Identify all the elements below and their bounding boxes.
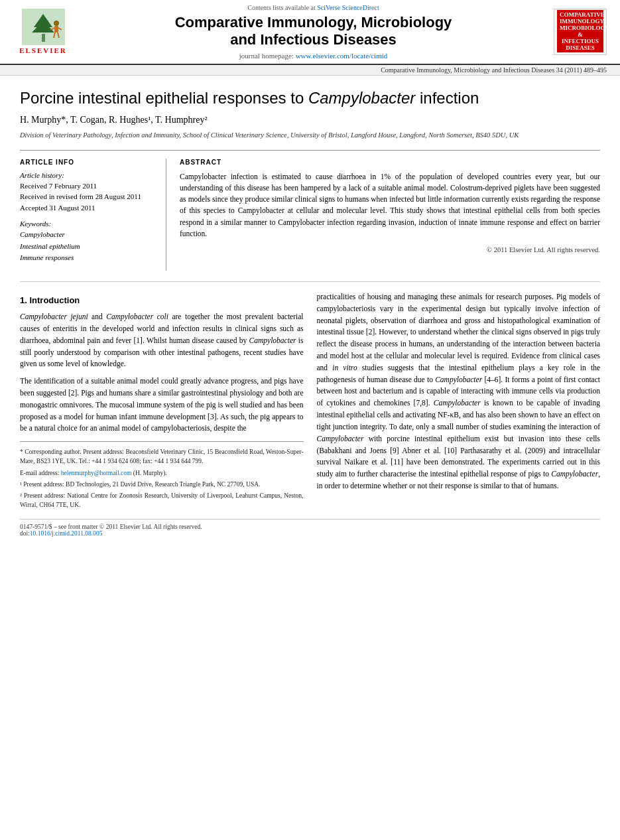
article-info-heading: ARTICLE INFO bbox=[20, 159, 153, 166]
article-info-section: ARTICLE INFO Article history: Received 7… bbox=[20, 159, 153, 271]
intro-heading: 1. Introduction bbox=[20, 294, 304, 307]
citation-bar: Comparative Immunology, Microbiology and… bbox=[0, 65, 620, 76]
keyword-3: Immune responses bbox=[20, 252, 153, 264]
journal-logo-right: COMPARATIVE IMMUNOLOGY, MICROBIOLOGY & I… bbox=[554, 9, 607, 55]
author-list: H. Murphy*, T. Cogan, R. Hughes¹, T. Hum… bbox=[20, 115, 208, 125]
article-title: Porcine intestinal epithelial responses … bbox=[20, 88, 600, 108]
elsevier-wordmark: ELSEVIER bbox=[19, 46, 67, 54]
svg-point-4 bbox=[54, 21, 59, 26]
body-columns: 1. Introduction Campylobacter jejuni and… bbox=[20, 281, 600, 512]
elsevier-tree-icon bbox=[22, 9, 65, 45]
title-end: infection bbox=[415, 89, 479, 107]
keyword-2: Intestinal epithelium bbox=[20, 241, 153, 253]
doi-label: doi: bbox=[20, 530, 30, 537]
intro-para2: The identification of a suitable animal … bbox=[20, 376, 304, 435]
authors: H. Murphy*, T. Cogan, R. Hughes¹, T. Hum… bbox=[20, 115, 600, 125]
fn-email-link[interactable]: helenmurphy@hotmail.com bbox=[61, 470, 132, 476]
journal-title: Comparative Immunology, Microbiology and… bbox=[80, 14, 547, 49]
homepage-label: journal homepage: bbox=[239, 52, 294, 60]
fn-email-label: E-mail address: bbox=[20, 470, 59, 476]
copyright-notice: © 2011 Elsevier Ltd. All rights reserved… bbox=[180, 246, 600, 253]
logo-line3: MICROBIOLOGY & bbox=[560, 25, 609, 38]
journal-title-line2: and Infectious Diseases bbox=[230, 31, 397, 48]
campylo-coli-italic: Campylobacter coli bbox=[106, 313, 168, 320]
logo-line4: INFECTIOUS bbox=[562, 38, 599, 44]
logo-line5: DISEASES bbox=[566, 44, 595, 51]
intro-para1: Campylobacter jejuni and Campylobacter c… bbox=[20, 311, 304, 370]
fn-star: * Corresponding author. Present address:… bbox=[20, 447, 304, 466]
campylo-jejuni-italic: Campylobacter jejuni bbox=[20, 313, 88, 320]
elsevier-logo: ELSEVIER bbox=[13, 9, 73, 54]
logo-right-title: COMPARATIVE IMMUNOLOGY, MICROBIOLOGY & I… bbox=[557, 10, 603, 52]
svg-rect-5 bbox=[54, 26, 58, 33]
info-abstract-row: ARTICLE INFO Article history: Received 7… bbox=[20, 150, 600, 271]
history-section: Article history: Received 7 February 201… bbox=[20, 171, 153, 214]
abstract-section: ABSTRACT Campylobacter infection is esti… bbox=[180, 159, 600, 271]
journal-center: Contents lists available at SciVerse Sci… bbox=[73, 4, 554, 60]
logo-line1: COMPARATIVE bbox=[560, 11, 605, 18]
abstract-text: Campylobacter infection is estimated to … bbox=[180, 171, 600, 240]
history-label: Article history: bbox=[20, 171, 153, 179]
body-right-col: practicalities of housing and managing t… bbox=[317, 291, 601, 512]
issn-text: 0147-9571/$ – see front matter © 2011 El… bbox=[20, 524, 600, 530]
abstract-heading: ABSTRACT bbox=[180, 159, 600, 166]
affiliation-text: Division of Veterinary Pathology, Infect… bbox=[20, 131, 519, 139]
keywords-list: Campylobacter Intestinal epithelium Immu… bbox=[20, 229, 153, 264]
doi-link[interactable]: 10.1016/j.cimid.2011.08.005 bbox=[30, 530, 103, 537]
right-col-para1: practicalities of housing and managing t… bbox=[317, 291, 601, 492]
homepage-link[interactable]: www.elsevier.com/locate/cimid bbox=[296, 52, 388, 60]
body-left-col: 1. Introduction Campylobacter jejuni and… bbox=[20, 291, 304, 512]
fn-email: E-mail address: helenmurphy@hotmail.com … bbox=[20, 468, 304, 478]
citation-text: Comparative Immunology, Microbiology and… bbox=[381, 66, 607, 74]
title-italic: Campylobacter bbox=[308, 89, 415, 107]
accepted-date: Accepted 31 August 2011 bbox=[20, 202, 153, 214]
bottom-bar: 0147-9571/$ – see front matter © 2011 El… bbox=[20, 519, 600, 537]
journal-homepage: journal homepage: www.elsevier.com/locat… bbox=[80, 52, 547, 60]
keywords-label: Keywords: bbox=[20, 220, 153, 228]
fn-email-person: (H. Murphy). bbox=[133, 470, 167, 476]
keywords-section: Keywords: Campylobacter Intestinal epith… bbox=[20, 220, 153, 264]
vertical-divider bbox=[166, 159, 166, 271]
keyword-1: Campylobacter bbox=[20, 229, 153, 241]
received-revised-date: Received in revised form 28 August 2011 bbox=[20, 191, 153, 202]
journal-top-bar: ELSEVIER Contents lists available at Sci… bbox=[13, 4, 607, 64]
journal-header: ELSEVIER Contents lists available at Sci… bbox=[0, 0, 620, 65]
main-content: Porcine intestinal epithelial responses … bbox=[0, 76, 620, 550]
contents-line: Contents lists available at SciVerse Sci… bbox=[80, 4, 547, 11]
svg-rect-1 bbox=[42, 34, 45, 42]
journal-title-line1: Comparative Immunology, Microbiology bbox=[175, 14, 452, 31]
logo-line2: IMMUNOLOGY, bbox=[560, 18, 605, 25]
received-date: Received 7 February 2011 bbox=[20, 180, 153, 192]
fn-1: ¹ Present address: BD Technologies, 21 D… bbox=[20, 480, 304, 489]
doi-text: doi:10.1016/j.cimid.2011.08.005 bbox=[20, 530, 600, 537]
fn-2: ² Present address: National Centre for Z… bbox=[20, 491, 304, 510]
footnotes: * Corresponding author. Present address:… bbox=[20, 441, 304, 510]
page: ELSEVIER Contents lists available at Sci… bbox=[0, 0, 620, 840]
title-plain: Porcine intestinal epithelial responses … bbox=[20, 89, 308, 107]
campylo-italic-1: Campylobacter bbox=[249, 336, 296, 344]
affiliation: Division of Veterinary Pathology, Infect… bbox=[20, 131, 600, 141]
sciverse-link[interactable]: SciVerse ScienceDirect bbox=[317, 4, 379, 11]
